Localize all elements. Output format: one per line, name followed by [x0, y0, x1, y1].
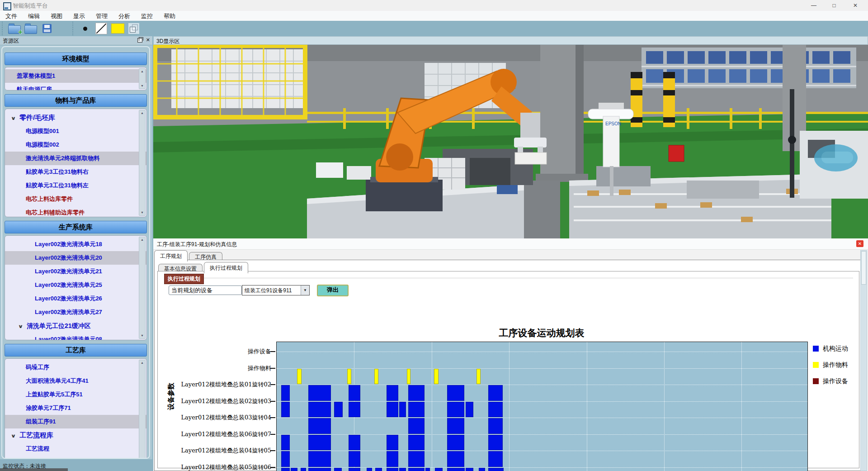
item-label: Layer002激光清洗单元26: [35, 295, 102, 302]
float-panel-icon[interactable]: [137, 38, 142, 43]
maximize-button[interactable]: □: [825, 0, 843, 11]
menu-item[interactable]: 分析: [113, 11, 136, 22]
close-button[interactable]: ✕: [846, 0, 864, 11]
gantt-bar: [466, 468, 473, 471]
scroll-down-icon[interactable]: ▼: [139, 333, 145, 338]
tree-item[interactable]: 码垛工序: [5, 361, 146, 374]
device-dropdown[interactable]: 组装工位91设备911 ▼: [242, 285, 310, 295]
gridline: [277, 352, 807, 352]
point-tool-icon: [83, 27, 87, 31]
menu-item[interactable]: 显示: [68, 11, 90, 22]
menu-item[interactable]: 监控: [136, 11, 158, 22]
gantt-bar: [387, 435, 398, 451]
item-label: 贴胶单元3工位31物料右: [26, 168, 89, 175]
scroll-up-icon[interactable]: ▲: [139, 360, 145, 366]
cube-tool-button[interactable]: [126, 22, 142, 35]
minimize-button[interactable]: —: [805, 0, 823, 11]
tree-item[interactable]: Layer002激光清洗单元27: [5, 305, 146, 319]
tree-item[interactable]: 贴胶单元3工位31物料右: [5, 165, 146, 179]
gantt-bar: [349, 402, 360, 418]
tree-group[interactable]: ∨工艺流程库: [5, 428, 146, 442]
y-axis-label: Layer012模组堆叠总装01旋转02: [158, 381, 271, 389]
tree-item[interactable]: Layer002激光清洗单元21: [5, 265, 146, 278]
gantt-bar: [387, 385, 398, 401]
point-tool-button[interactable]: [77, 22, 93, 35]
tree-item[interactable]: 盖罩整体模型1: [5, 69, 146, 83]
section-header[interactable]: 工艺库: [5, 344, 147, 357]
planning-tab[interactable]: 执行过程规划: [204, 262, 248, 273]
open-scene-button[interactable]: [23, 22, 39, 35]
process-tab[interactable]: 工序规划: [154, 250, 188, 262]
scroll-up-icon[interactable]: ▲: [139, 69, 145, 74]
tree-group[interactable]: ∨零件/毛坯库: [5, 111, 146, 124]
groupbox-label: 执行过程规划: [164, 274, 204, 284]
gantt-bar: [447, 451, 464, 467]
scrollbar[interactable]: ▲▼: [139, 110, 146, 216]
tree-item[interactable]: Layer002激光清洗单元25: [5, 278, 146, 292]
gantt-bar: [308, 385, 331, 401]
scrollbar[interactable]: ▲▼: [139, 68, 146, 89]
tree-item[interactable]: Layer002激光清洗单元18: [5, 238, 146, 251]
tree-item[interactable]: 组装工序91: [5, 415, 146, 428]
gantt-bar: [291, 468, 297, 471]
tree-item[interactable]: 电源模型002: [5, 138, 146, 152]
item-label: 电芯上料边库零件: [26, 195, 73, 202]
gantt-bar: [387, 468, 398, 471]
tree-item[interactable]: 大面积清洗单元4工序41: [5, 374, 146, 388]
gantt-bar: [387, 402, 398, 418]
tree-item[interactable]: Layer002激光清洗单元26: [5, 292, 146, 305]
scroll-down-icon[interactable]: ▼: [139, 83, 145, 89]
gantt-bar: [399, 402, 406, 418]
gantt-bar: [407, 369, 411, 385]
legend-swatch: [813, 362, 819, 368]
current-device-field[interactable]: 当前规划的设备: [169, 285, 242, 295]
3d-scene[interactable]: EPSON: [153, 45, 868, 238]
menu-item[interactable]: 编辑: [23, 11, 45, 22]
menu-item[interactable]: 帮助: [158, 11, 181, 22]
gantt-bar: [488, 385, 503, 401]
y-axis-label: Layer012模组堆叠总装02旋转03: [158, 397, 271, 405]
menu-item[interactable]: 视图: [45, 11, 68, 22]
gantt-bar: [434, 369, 439, 385]
gantt-bar: [488, 451, 503, 467]
panel-scrollbar[interactable]: [860, 250, 867, 471]
item-label: Layer002激光清洗单元20: [35, 254, 102, 261]
tree-item[interactable]: 上盖贴胶单元5工序51: [5, 388, 146, 401]
scrollbar[interactable]: ▲▼: [139, 237, 146, 339]
line-tool-button[interactable]: [93, 22, 109, 35]
close-panel-icon[interactable]: ✕: [146, 37, 150, 43]
tree-item[interactable]: 电芯上料边库零件: [5, 192, 146, 206]
new-scene-button[interactable]: [6, 22, 23, 35]
section-header[interactable]: 环境模型: [5, 52, 147, 65]
scrollbar[interactable]: ▲▼: [139, 360, 146, 459]
scrollbar-thumb[interactable]: [861, 251, 866, 285]
tree-item[interactable]: 电芯上料辅助边库零件: [5, 206, 146, 217]
scroll-down-icon[interactable]: ▼: [139, 210, 145, 215]
tree-item[interactable]: 航天电源厂房: [5, 83, 146, 90]
scroll-up-icon[interactable]: ▲: [139, 237, 145, 243]
section-header[interactable]: 生产系统库: [5, 221, 147, 233]
tree-group[interactable]: ∨清洗单元工位21缓冲区: [5, 319, 146, 333]
section-header[interactable]: 物料与产品库: [5, 94, 147, 107]
tree-item[interactable]: 激光清洗单元2终端抓取物料: [5, 152, 146, 165]
gantt-bar: [408, 435, 425, 451]
tree-item[interactable]: 涂胶单元7工序71: [5, 401, 146, 415]
tree-item[interactable]: Layer002激光清洗单元08: [5, 333, 146, 340]
chevron-down-icon: ∨: [18, 319, 24, 333]
panel-close-icon[interactable]: ✕: [856, 240, 863, 247]
rect-tool-button[interactable]: [109, 22, 126, 35]
legend-label: 机构运动: [823, 345, 848, 353]
menu-item[interactable]: 文件: [0, 11, 23, 22]
tree-item[interactable]: 电源模型001: [5, 124, 146, 138]
menu-item[interactable]: 管理: [90, 11, 113, 22]
y-tick: [270, 434, 275, 435]
tree-item[interactable]: 贴胶单元3工位31物料左: [5, 179, 146, 192]
planning-tabs: 基本信息设置执行过程规划: [158, 262, 250, 271]
save-scene-button[interactable]: [39, 22, 55, 35]
popup-button[interactable]: 弹出: [317, 285, 349, 296]
item-label: 工艺流程库: [19, 431, 53, 439]
tree-item[interactable]: 工艺流程: [5, 442, 146, 456]
gantt-bar: [281, 402, 290, 418]
scroll-up-icon[interactable]: ▲: [139, 110, 145, 116]
tree-item[interactable]: Layer002激光清洗单元20: [5, 251, 146, 265]
